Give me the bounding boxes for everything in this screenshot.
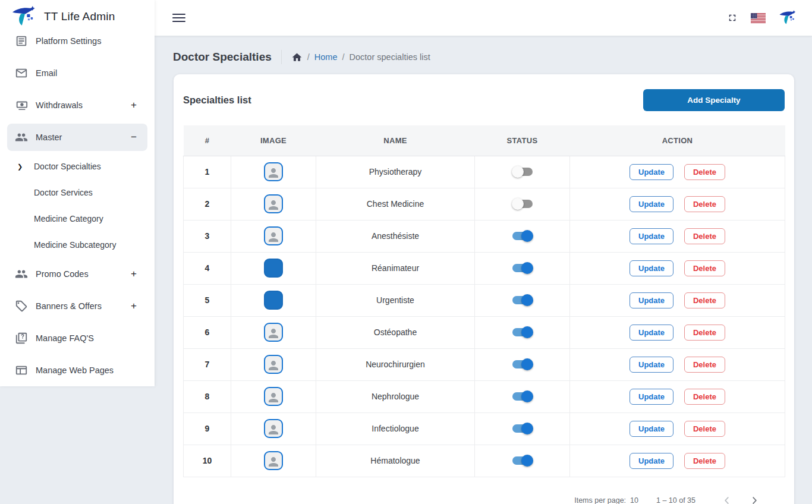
row-action-cell: Update Delete [570, 412, 785, 445]
sidebar-item-label: Promo Codes [36, 269, 131, 279]
specialty-image[interactable] [264, 387, 283, 406]
specialty-image[interactable] [264, 323, 283, 342]
row-action-cell: Update Delete [570, 188, 785, 220]
add-specialty-button[interactable]: Add Specialty [643, 89, 785, 111]
person-icon [266, 198, 281, 212]
update-button[interactable]: Update [630, 453, 673, 469]
status-toggle[interactable] [512, 390, 533, 402]
tt-life-logo-icon[interactable] [779, 10, 797, 26]
page-title: Doctor Specialties [173, 51, 272, 64]
sidebar-item-label: Manage FAQ'S [36, 333, 137, 343]
specialty-name: Nephrologue [316, 380, 475, 412]
row-number: 7 [184, 348, 231, 380]
specialty-image[interactable] [264, 162, 283, 181]
specialty-image[interactable] [264, 419, 283, 438]
row-action-cell: Update Delete [570, 252, 785, 284]
specialty-image[interactable] [264, 291, 283, 310]
sidebar-header: TT Life Admin [0, 0, 155, 33]
expander-icon[interactable]: + [131, 99, 137, 111]
status-toggle[interactable] [512, 294, 533, 306]
divider [281, 50, 282, 64]
specialty-image[interactable] [264, 451, 283, 470]
previous-page-button[interactable] [720, 494, 734, 504]
page-size-select[interactable]: 10 [630, 496, 638, 504]
delete-button[interactable]: Delete [684, 357, 725, 373]
status-toggle[interactable] [512, 326, 533, 338]
delete-button[interactable]: Delete [684, 260, 725, 276]
row-number: 4 [184, 252, 231, 284]
delete-button[interactable]: Delete [684, 325, 725, 341]
specialty-name: Hématologue [316, 445, 475, 477]
column-header-image: IMAGE [231, 125, 316, 156]
sidebar-item-withdrawals[interactable]: Withdrawals + [0, 89, 155, 121]
row-image-cell [231, 252, 316, 284]
us-flag-icon[interactable] [751, 13, 766, 23]
sidebar-item-manage-faq-s[interactable]: Manage FAQ'S [0, 322, 155, 354]
update-button[interactable]: Update [630, 164, 673, 180]
delete-button[interactable]: Delete [684, 164, 725, 180]
update-button[interactable]: Update [630, 357, 673, 373]
delete-button[interactable]: Delete [684, 421, 725, 437]
update-button[interactable]: Update [630, 228, 673, 244]
update-button[interactable]: Update [630, 196, 673, 212]
items-per-page-label: Items per page: [574, 496, 626, 504]
table-row: 2 Chest Medicine Update Delete [184, 188, 785, 220]
table-row: 4 Réanimateur Update Delete [184, 252, 785, 284]
sidebar-item-manage-web-pages[interactable]: Manage Web Pages [0, 354, 155, 386]
fullscreen-icon[interactable] [727, 12, 738, 23]
expander-icon[interactable]: − [131, 131, 137, 143]
specialty-image[interactable] [264, 259, 283, 278]
sidebar-item-medicine-subcategory[interactable]: ❯ Medicine Subcategory [0, 232, 155, 258]
status-toggle[interactable] [512, 358, 533, 370]
specialty-image[interactable] [264, 355, 283, 374]
row-image-cell [231, 284, 316, 316]
table-row: 9 Infectiologue Update Delete [184, 412, 785, 445]
breadcrumb-home-link[interactable]: Home [314, 52, 338, 62]
sidebar-item-label: Withdrawals [36, 100, 131, 110]
delete-button[interactable]: Delete [684, 292, 725, 308]
tt-life-logo-icon [11, 5, 37, 28]
sidebar-item-doctor-services[interactable]: ❯ Doctor Services [0, 179, 155, 206]
row-action-cell: Update Delete [570, 156, 785, 188]
delete-button[interactable]: Delete [684, 453, 725, 469]
specialty-image[interactable] [264, 226, 283, 245]
sidebar-item-doctor-specialties[interactable]: ❯ Doctor Specialties [0, 153, 155, 179]
update-button[interactable]: Update [630, 260, 673, 276]
sidebar-item-label: Manage Web Pages [36, 366, 137, 375]
hamburger-menu-icon[interactable] [172, 11, 185, 24]
update-button[interactable]: Update [630, 389, 673, 405]
row-status-cell [475, 412, 570, 445]
sidebar-item-medicine-category[interactable]: ❯ Medicine Category [0, 206, 155, 232]
next-page-button[interactable] [748, 494, 761, 504]
status-toggle[interactable] [512, 262, 533, 274]
specialty-image[interactable] [264, 194, 283, 213]
sidebar-item-banners-offers[interactable]: Banners & Offers + [0, 290, 155, 322]
table-row: 6 Ostéopathe Update Delete [184, 316, 785, 348]
update-button[interactable]: Update [630, 421, 673, 437]
sidebar: TT Life Admin Platform Settings Email Wi… [0, 0, 155, 386]
expander-icon[interactable]: + [131, 268, 137, 280]
sidebar-item-promo-codes[interactable]: Promo Codes + [0, 258, 155, 290]
status-toggle[interactable] [512, 166, 533, 178]
status-toggle[interactable] [512, 423, 533, 434]
specialty-name: Neurochirurgien [316, 348, 475, 380]
expander-icon[interactable]: + [131, 300, 137, 312]
status-toggle[interactable] [512, 198, 533, 210]
delete-button[interactable]: Delete [684, 389, 725, 405]
update-button[interactable]: Update [630, 292, 673, 308]
row-action-cell: Update Delete [570, 316, 785, 348]
column-header-name: NAME [316, 125, 475, 156]
breadcrumb: Doctor Specialties / Home / Doctor speci… [173, 46, 430, 68]
row-status-cell [475, 188, 570, 220]
sidebar-item-master[interactable]: Master − [7, 124, 147, 151]
row-action-cell: Update Delete [570, 348, 785, 380]
person-icon [266, 358, 281, 373]
status-toggle[interactable] [512, 455, 533, 467]
home-icon[interactable] [291, 52, 303, 63]
status-toggle[interactable] [512, 230, 533, 242]
table-row: 8 Nephrologue Update Delete [184, 380, 785, 412]
update-button[interactable]: Update [630, 325, 673, 341]
delete-button[interactable]: Delete [684, 228, 725, 244]
delete-button[interactable]: Delete [684, 196, 725, 212]
sidebar-item-email[interactable]: Email [0, 57, 155, 89]
